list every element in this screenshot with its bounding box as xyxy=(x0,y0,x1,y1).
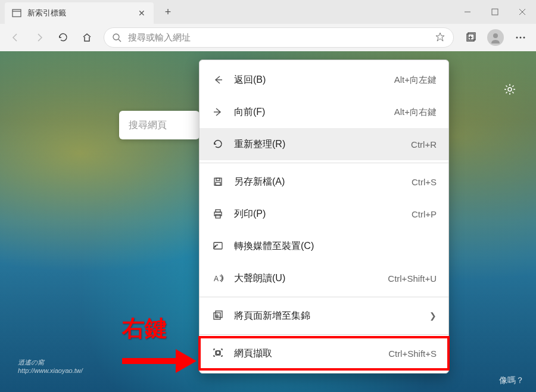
menu-forward-shortcut: Alt+向右鍵 xyxy=(394,107,437,118)
search-placeholder: 搜尋網頁 xyxy=(129,119,167,132)
menu-separator xyxy=(200,297,448,297)
svg-point-16 xyxy=(508,88,512,91)
forward-icon xyxy=(211,105,225,119)
tab-icon xyxy=(12,8,21,18)
svg-rect-0 xyxy=(13,10,21,17)
menu-print-shortcut: Ctrl+P xyxy=(412,209,437,219)
svg-text:A: A xyxy=(214,275,219,283)
context-menu: 返回(B) Alt+向左鍵 向前(F) Alt+向右鍵 重新整理(R) Ctrl… xyxy=(199,60,449,374)
ntp-search-box[interactable]: 搜尋網頁 xyxy=(119,111,200,139)
svg-rect-26 xyxy=(216,311,222,318)
menu-save-as-label: 另存新檔(A) xyxy=(234,176,402,188)
svg-rect-3 xyxy=(492,9,498,15)
svg-point-15 xyxy=(523,37,525,39)
search-icon xyxy=(111,32,122,43)
page-content: 搜尋網頁 返回(B) Alt+向左鍵 向前(F) Alt+向右鍵 重新整理(R)… xyxy=(0,51,536,392)
menu-separator xyxy=(200,163,448,163)
menu-button[interactable] xyxy=(510,27,531,48)
menu-back-label: 返回(B) xyxy=(234,74,385,86)
toolbar: 搜尋或輸入網址 xyxy=(0,24,536,51)
collections-button[interactable] xyxy=(460,27,481,48)
window-controls xyxy=(454,0,536,24)
close-window-button[interactable] xyxy=(509,0,536,24)
menu-cast[interactable]: 轉換媒體至裝置(C) xyxy=(200,230,448,262)
new-tab-button[interactable]: + xyxy=(158,2,177,21)
watermark-text: 逍遙の窩 xyxy=(18,358,83,367)
annotation-label: 右鍵 xyxy=(122,313,167,344)
watermark-url: http://www.xiaoyao.tw/ xyxy=(18,367,83,374)
svg-point-14 xyxy=(520,37,522,39)
forward-button[interactable] xyxy=(29,27,50,48)
cast-icon xyxy=(211,239,225,253)
menu-back-shortcut: Alt+向左鍵 xyxy=(394,74,437,86)
menu-collections-label: 將頁面新增至集錦 xyxy=(234,310,420,322)
tab-close-button[interactable]: ✕ xyxy=(137,8,147,18)
collections-icon xyxy=(211,309,225,322)
capture-icon xyxy=(211,347,225,360)
menu-forward-label: 向前(F) xyxy=(234,106,385,119)
menu-back[interactable]: 返回(B) Alt+向左鍵 xyxy=(200,64,448,96)
annotation-arrow-icon xyxy=(116,343,200,379)
menu-cast-label: 轉換媒體至裝置(C) xyxy=(234,240,427,253)
menu-read-aloud-shortcut: Ctrl+Shift+U xyxy=(388,273,437,284)
menu-forward[interactable]: 向前(F) Alt+向右鍵 xyxy=(200,96,448,128)
menu-separator xyxy=(200,334,448,335)
menu-print-label: 列印(P) xyxy=(234,208,402,220)
print-icon xyxy=(211,207,225,220)
menu-reload-shortcut: Ctrl+R xyxy=(411,139,437,150)
bottom-text: 像嗎？ xyxy=(499,375,524,386)
reload-icon xyxy=(211,138,225,151)
menu-save-as-shortcut: Ctrl+S xyxy=(412,177,437,187)
svg-point-29 xyxy=(216,351,220,354)
browser-tab[interactable]: 新索引標籤 ✕ xyxy=(5,2,154,24)
svg-point-6 xyxy=(113,34,119,40)
minimize-button[interactable] xyxy=(454,0,481,24)
read-aloud-icon: A xyxy=(211,272,225,285)
tab-title: 新索引標籤 xyxy=(27,8,131,18)
home-button[interactable] xyxy=(76,27,98,48)
favorite-icon[interactable] xyxy=(435,32,446,43)
watermark: 逍遙の窩 http://www.xiaoyao.tw/ xyxy=(18,358,83,374)
page-settings-button[interactable] xyxy=(500,80,519,99)
menu-collections[interactable]: 將頁面新增至集錦 ❯ xyxy=(200,300,448,332)
svg-rect-22 xyxy=(216,214,220,218)
menu-save-as[interactable]: 另存新檔(A) Ctrl+S xyxy=(200,166,448,198)
menu-reload[interactable]: 重新整理(R) Ctrl+R xyxy=(200,128,448,160)
titlebar: 新索引標籤 ✕ + xyxy=(0,0,536,24)
profile-avatar[interactable] xyxy=(487,29,504,46)
menu-read-aloud[interactable]: A 大聲朗讀(U) Ctrl+Shift+U xyxy=(200,262,448,294)
save-icon xyxy=(211,175,225,188)
menu-web-capture[interactable]: 網頁擷取 Ctrl+Shift+S xyxy=(200,337,448,369)
menu-print[interactable]: 列印(P) Ctrl+P xyxy=(200,198,448,230)
chevron-right-icon: ❯ xyxy=(429,311,437,321)
maximize-button[interactable] xyxy=(481,0,509,24)
menu-reload-label: 重新整理(R) xyxy=(234,138,401,151)
svg-point-12 xyxy=(493,33,498,38)
reload-button[interactable] xyxy=(52,27,74,48)
menu-read-aloud-label: 大聲朗讀(U) xyxy=(234,272,378,285)
svg-rect-19 xyxy=(216,182,220,185)
svg-rect-18 xyxy=(216,178,220,181)
svg-line-7 xyxy=(119,39,121,42)
menu-web-capture-label: 網頁擷取 xyxy=(234,347,379,360)
svg-point-13 xyxy=(516,37,518,39)
back-icon xyxy=(211,73,225,86)
back-button[interactable] xyxy=(5,27,26,48)
menu-web-capture-shortcut: Ctrl+Shift+S xyxy=(388,349,437,359)
addressbar-placeholder: 搜尋或輸入網址 xyxy=(128,32,435,43)
addressbar[interactable]: 搜尋或輸入網址 xyxy=(104,27,454,48)
